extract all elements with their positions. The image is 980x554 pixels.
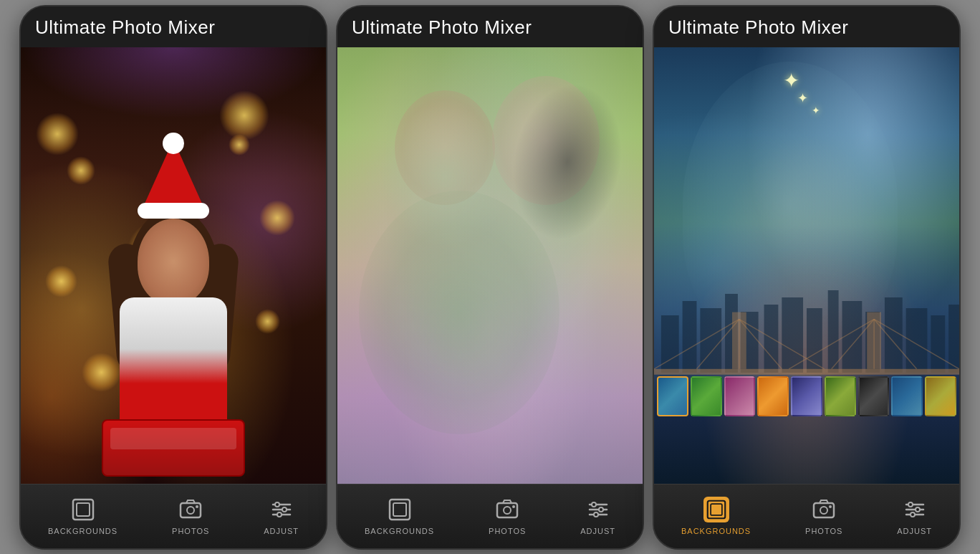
svg-point-10: [277, 512, 282, 517]
svg-point-20: [599, 507, 603, 512]
toolbar-label-adjust-3: ADJUST: [897, 527, 932, 535]
photos-icon-1: [178, 497, 203, 522]
svg-rect-13: [497, 503, 517, 517]
phone-content-3: ✦ ✦ ✦: [654, 47, 959, 484]
svg-point-60: [911, 512, 915, 517]
toolbar-photos-1[interactable]: PHOTOS: [160, 491, 221, 541]
toolbar-adjust-2[interactable]: ADJUST: [569, 491, 627, 541]
toolbar-label-backgrounds-2: BACKGROUNDS: [365, 527, 434, 535]
toolbar-adjust-3[interactable]: ADJUST: [885, 491, 943, 541]
svg-line-42: [739, 319, 825, 368]
phone-toolbar-3: BACKGROUNDS PHOTOS: [654, 484, 959, 548]
backgrounds-icon-3: [703, 497, 729, 522]
toolbar-backgrounds-1[interactable]: BACKGROUNDS: [37, 491, 129, 541]
sparkle-icon-2: ✦: [797, 90, 808, 106]
purple-glow: [21, 47, 326, 119]
santa-hat-brim: [138, 203, 209, 219]
thumbnail-strip: [654, 376, 959, 419]
toolbar-photos-2[interactable]: PHOTOS: [477, 491, 537, 541]
thumbnail-7[interactable]: [858, 376, 890, 416]
svg-point-4: [196, 505, 198, 508]
svg-rect-12: [393, 503, 406, 516]
santa-hat: [141, 140, 206, 211]
phone-header-2: Ultimate Photo Mixer: [337, 6, 643, 47]
toolbar-backgrounds-2[interactable]: BACKGROUNDS: [353, 491, 446, 541]
svg-rect-51: [711, 504, 722, 515]
toolbar-label-backgrounds-3: BACKGROUNDS: [681, 527, 751, 535]
svg-line-43: [789, 319, 874, 368]
svg-point-3: [187, 507, 194, 514]
toolbar-label-photos-1: PHOTOS: [172, 527, 209, 535]
thumbnail-5[interactable]: [791, 376, 822, 416]
svg-line-38: [654, 319, 739, 368]
svg-point-15: [512, 505, 515, 508]
toolbar-label-photos-2: PHOTOS: [489, 527, 526, 535]
sparkle-icon-1: ✦: [783, 69, 799, 92]
light-overlay: [337, 47, 643, 484]
app-title-2: Ultimate Photo Mixer: [352, 16, 532, 38]
svg-point-58: [908, 502, 913, 507]
phone-toolbar-1: BACKGROUNDS PHOTOS: [21, 484, 326, 548]
thumbnail-9[interactable]: [925, 376, 956, 416]
background-image-2: [337, 47, 643, 484]
photos-icon-2: [494, 497, 520, 522]
phone-frame-2: Ultimate Photo Mixer BACKGROUNDS: [336, 5, 644, 550]
adjust-icon-1: [269, 497, 294, 522]
phone-frame-3: Ultimate Photo Mixer ✦ ✦ ✦: [653, 5, 961, 550]
backgrounds-icon-2: [387, 497, 413, 522]
toolbar-backgrounds-3[interactable]: BACKGROUNDS: [670, 491, 762, 541]
backgrounds-icon-1: [70, 497, 96, 522]
thumbnail-1[interactable]: [657, 376, 688, 416]
svg-point-54: [829, 505, 832, 508]
app-title-3: Ultimate Photo Mixer: [668, 16, 848, 38]
phone-header-3: Ultimate Photo Mixer: [654, 6, 959, 47]
svg-point-19: [592, 502, 596, 507]
toolbar-label-adjust-1: ADJUST: [264, 527, 299, 535]
app-title-1: Ultimate Photo Mixer: [35, 16, 215, 38]
svg-point-53: [820, 507, 827, 514]
thumbnail-6[interactable]: [825, 376, 856, 416]
photos-icon-3: [811, 497, 837, 522]
svg-point-59: [916, 507, 920, 512]
adjust-icon-2: [585, 497, 611, 522]
background-image-1: [21, 47, 326, 484]
svg-rect-48: [732, 312, 746, 368]
phone-toolbar-2: BACKGROUNDS PHOTOS: [337, 484, 643, 548]
toolbar-label-photos-3: PHOTOS: [805, 527, 842, 535]
tram: [102, 419, 245, 477]
svg-rect-49: [867, 312, 881, 368]
svg-rect-2: [181, 503, 201, 517]
sparkle-icon-3: ✦: [812, 105, 820, 116]
svg-line-47: [874, 319, 959, 368]
toolbar-photos-3[interactable]: PHOTOS: [794, 491, 854, 541]
phone-content-2: [337, 47, 643, 484]
svg-rect-1: [77, 503, 90, 516]
svg-point-8: [275, 502, 279, 507]
bokeh-light: [45, 265, 77, 297]
background-image-3: ✦ ✦ ✦: [654, 47, 959, 484]
thumbnail-8[interactable]: [891, 376, 923, 416]
phone-frame-1: Ultimate Photo Mixer: [19, 5, 327, 550]
bokeh-light: [36, 113, 79, 156]
svg-rect-52: [814, 503, 834, 517]
svg-point-9: [282, 507, 287, 512]
svg-point-21: [594, 512, 598, 517]
phone-header-1: Ultimate Photo Mixer: [21, 6, 326, 47]
phone-content-1: [21, 47, 326, 484]
adjust-icon-3: [902, 497, 928, 522]
thumbnail-4[interactable]: [757, 376, 789, 416]
toolbar-label-backgrounds-1: BACKGROUNDS: [48, 527, 117, 535]
thumbnail-3[interactable]: [724, 376, 756, 416]
toolbar-label-adjust-2: ADJUST: [580, 527, 615, 535]
toolbar-adjust-1[interactable]: ADJUST: [252, 491, 310, 541]
woman-face: [138, 219, 209, 305]
thumbnail-2[interactable]: [691, 376, 722, 416]
svg-point-14: [504, 507, 511, 514]
svg-rect-37: [654, 368, 959, 374]
